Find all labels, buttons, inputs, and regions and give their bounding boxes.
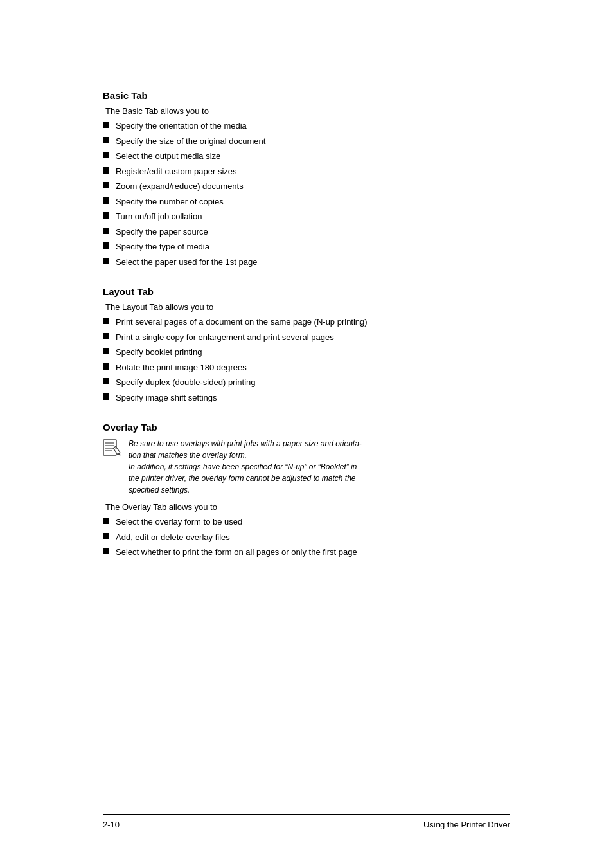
list-item: Select the output media size	[103, 150, 510, 163]
list-item: Specify booklet printing	[103, 346, 510, 359]
overlay-note-text: Be sure to use overlays with print jobs …	[129, 438, 362, 496]
bullet-icon	[103, 137, 109, 143]
list-item: Specify the orientation of the media	[103, 120, 510, 132]
basic-tab-section: Basic Tab The Basic Tab allows you to Sp…	[103, 90, 510, 268]
list-item: Specify duplex (double-sided) printing	[103, 376, 510, 389]
bullet-icon	[103, 363, 109, 370]
list-item: Specify image shift settings	[103, 392, 510, 404]
overlay-tab-section: Overlay Tab	[103, 422, 510, 559]
layout-tab-intro: The Layout Tab allows you to	[105, 302, 510, 312]
page-container: Basic Tab The Basic Tab allows you to Sp…	[0, 0, 613, 868]
list-item: Print several pages of a document on the…	[103, 316, 510, 329]
list-item: Rotate the print image 180 degrees	[103, 361, 510, 374]
bullet-icon	[103, 378, 109, 384]
list-item: Specify the number of copies	[103, 195, 510, 208]
bullet-icon	[103, 228, 109, 234]
list-item: Specify the type of media	[103, 240, 510, 253]
bullet-icon	[103, 333, 109, 339]
list-item: Select the overlay form to be used	[103, 516, 510, 529]
bullet-icon	[103, 122, 109, 128]
list-item: Add, edit or delete overlay files	[103, 531, 510, 544]
bullet-icon	[103, 242, 109, 249]
layout-tab-title: Layout Tab	[103, 286, 510, 297]
overlay-tab-list: Select the overlay form to be used Add, …	[103, 516, 510, 559]
bullet-icon	[103, 393, 109, 400]
list-item: Select whether to print the form on all …	[103, 546, 510, 559]
layout-tab-section: Layout Tab The Layout Tab allows you to …	[103, 286, 510, 404]
list-item: Specify the paper source	[103, 226, 510, 239]
note-icon	[103, 439, 125, 457]
list-item: Turn on/off job collation	[103, 210, 510, 223]
bullet-icon	[103, 318, 109, 324]
bullet-icon	[103, 533, 109, 539]
list-item: Print a single copy for enlargement and …	[103, 331, 510, 344]
overlay-tab-title: Overlay Tab	[103, 422, 510, 433]
basic-tab-list: Specify the orientation of the media Spe…	[103, 120, 510, 268]
bullet-icon	[103, 518, 109, 524]
list-item: Zoom (expand/reduce) documents	[103, 180, 510, 193]
bullet-icon	[103, 548, 109, 554]
overlay-note-box: Be sure to use overlays with print jobs …	[103, 438, 510, 496]
basic-tab-title: Basic Tab	[103, 90, 510, 101]
bullet-icon	[103, 152, 109, 158]
list-item: Select the paper used for the 1st page	[103, 256, 510, 269]
page-footer: 2-10 Using the Printer Driver	[103, 814, 510, 829]
footer-title: Using the Printer Driver	[423, 820, 510, 829]
basic-tab-intro: The Basic Tab allows you to	[105, 106, 510, 116]
list-item: Specify the size of the original documen…	[103, 135, 510, 148]
layout-tab-list: Print several pages of a document on the…	[103, 316, 510, 404]
overlay-tab-intro: The Overlay Tab allows you to	[105, 502, 510, 512]
bullet-icon	[103, 348, 109, 354]
bullet-icon	[103, 197, 109, 204]
bullet-icon	[103, 182, 109, 188]
list-item: Register/edit custom paper sizes	[103, 165, 510, 178]
bullet-icon	[103, 167, 109, 174]
footer-page-number: 2-10	[103, 820, 120, 829]
bullet-icon	[103, 258, 109, 264]
bullet-icon	[103, 212, 109, 219]
